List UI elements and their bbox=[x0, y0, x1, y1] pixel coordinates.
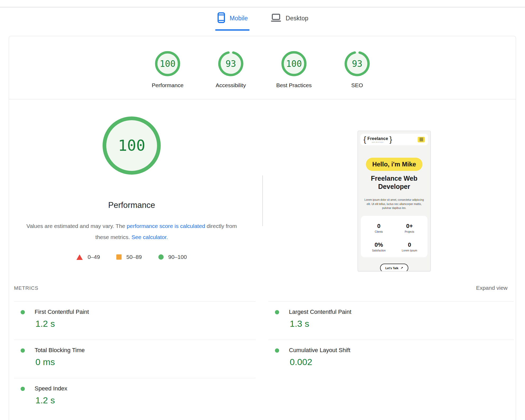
metric-name: Cumulative Layout Shift bbox=[289, 347, 350, 354]
accessibility-score-ring: 93 bbox=[218, 51, 243, 76]
metric-name: Speed Index bbox=[35, 385, 67, 392]
performance-score-label: Performance bbox=[152, 82, 183, 88]
metric-value: 0.002 bbox=[290, 357, 312, 367]
score-calculated-link[interactable]: performance score is calculated bbox=[127, 223, 205, 229]
logo-subtitle: web developer bbox=[372, 141, 384, 143]
legend-item-pass: 90–100 bbox=[158, 254, 187, 260]
metrics-column-left: First Contentful Paint 1.2 s Total Block… bbox=[14, 301, 256, 416]
seo-score-ring: 93 bbox=[344, 51, 370, 76]
thumb-lets-talk-button: Let's Talk ↗ bbox=[380, 264, 408, 271]
pass-dot-icon bbox=[21, 310, 25, 314]
legend-item-fail: 0–49 bbox=[76, 254, 100, 260]
performance-score-value: 100 bbox=[155, 51, 180, 76]
pagespeed-report: { "tabs": { "mobile": "Mobile", "desktop… bbox=[0, 0, 525, 420]
legend-range-label: 0–49 bbox=[88, 254, 100, 260]
tab-desktop-label: Desktop bbox=[286, 15, 308, 22]
stat-value: 0 bbox=[377, 223, 380, 230]
logo-text-block: Freelance web developer bbox=[367, 136, 388, 143]
metric-largest-contentful-paint: Largest Contentful Paint 1.3 s bbox=[268, 301, 514, 340]
report-card: 100 Performance 93 Accessibility 100 bbox=[9, 36, 516, 420]
tab-mobile[interactable]: Mobile bbox=[216, 10, 249, 31]
logo-name: Freelance bbox=[367, 136, 388, 141]
thumb-site-heading: Freelance Web Developer bbox=[366, 174, 422, 191]
page-screenshot-thumbnail[interactable]: { Freelance web developer } Hello, i'm M… bbox=[358, 131, 431, 271]
metric-value: 0 ms bbox=[35, 357, 55, 367]
accessibility-score-value: 93 bbox=[218, 51, 243, 76]
performance-big-score: 100 bbox=[101, 115, 162, 176]
stat-projects: 0+ Projects bbox=[394, 220, 425, 236]
legend-item-average: 50–89 bbox=[116, 254, 142, 260]
stat-satisfaction: 0% Satisfaction bbox=[363, 239, 394, 255]
stat-label: Clients bbox=[375, 230, 383, 233]
pass-dot-icon bbox=[21, 348, 25, 353]
score-gauge-best-practices[interactable]: 100 Best Practices bbox=[262, 51, 326, 88]
metric-name: Largest Contentful Paint bbox=[289, 309, 351, 315]
fail-triangle-icon bbox=[76, 254, 83, 260]
pass-circle-icon bbox=[158, 254, 164, 260]
legend-range-label: 90–100 bbox=[168, 254, 187, 260]
metrics-column-right: Largest Contentful Paint 1.3 s Cumulativ… bbox=[268, 301, 514, 378]
device-tabbar: Mobile Desktop bbox=[0, 10, 525, 31]
metric-first-contentful-paint: First Contentful Paint 1.2 s bbox=[14, 301, 256, 340]
metric-name: Total Blocking Time bbox=[35, 347, 85, 354]
metric-value: 1.3 s bbox=[290, 319, 309, 329]
stat-value: 0+ bbox=[406, 223, 413, 230]
stat-value: 0 bbox=[408, 241, 411, 248]
score-gauge-seo[interactable]: 93 SEO bbox=[326, 51, 389, 88]
performance-score-ring: 100 bbox=[155, 51, 180, 76]
seo-score-value: 93 bbox=[344, 51, 370, 76]
active-tab-indicator bbox=[215, 29, 250, 31]
stat-clients: 0 Clients bbox=[363, 220, 394, 236]
thumb-site-logo: { Freelance web developer } bbox=[363, 136, 392, 143]
metric-value: 1.2 s bbox=[35, 395, 55, 405]
performance-summary-panel: 100 Performance Values are estimated and… bbox=[9, 99, 254, 260]
best-practices-score-label: Best Practices bbox=[276, 82, 312, 88]
stat-label: Projects bbox=[405, 230, 414, 233]
arrow-up-right-icon: ↗ bbox=[400, 266, 403, 270]
metrics-section-heading: METRICS bbox=[14, 285, 39, 291]
score-gauge-accessibility[interactable]: 93 Accessibility bbox=[199, 51, 262, 88]
performance-big-gauge: 100 bbox=[101, 115, 162, 176]
average-square-icon bbox=[116, 254, 122, 260]
desktop-laptop-icon bbox=[270, 13, 282, 24]
tab-mobile-label: Mobile bbox=[230, 15, 248, 22]
pass-dot-icon bbox=[21, 387, 25, 391]
category-scores-row: 100 Performance 93 Accessibility 100 bbox=[9, 51, 516, 88]
metric-cumulative-layout-shift: Cumulative Layout Shift 0.002 bbox=[268, 340, 514, 378]
vertical-divider bbox=[262, 175, 263, 226]
pass-dot-icon bbox=[275, 310, 279, 314]
hamburger-menu-icon bbox=[418, 137, 425, 142]
logo-brace-left: { bbox=[363, 136, 366, 143]
seo-score-label: SEO bbox=[351, 82, 363, 88]
stat-label: Lorem Ipsum bbox=[402, 249, 417, 252]
metric-speed-index: Speed Index 1.2 s bbox=[14, 378, 256, 416]
best-practices-score-ring: 100 bbox=[281, 51, 307, 76]
thumb-hero-badge: Hello, i'm Mike bbox=[366, 158, 422, 171]
score-gauge-performance[interactable]: 100 Performance bbox=[136, 51, 199, 88]
thumb-stats-card: 0 Clients 0+ Projects 0% Satisfaction 0 … bbox=[361, 216, 427, 257]
cta-label: Let's Talk bbox=[385, 267, 398, 270]
description-text: Values are estimated and may vary. The bbox=[26, 223, 127, 229]
mobile-phone-icon bbox=[217, 12, 226, 24]
stat-label: Satisfaction bbox=[372, 249, 386, 252]
tab-desktop[interactable]: Desktop bbox=[269, 10, 310, 31]
performance-panel-title: Performance bbox=[9, 200, 254, 210]
performance-description: Values are estimated and may vary. The p… bbox=[23, 221, 241, 243]
expand-view-button[interactable]: Expand view bbox=[476, 285, 508, 291]
accessibility-score-label: Accessibility bbox=[216, 82, 246, 88]
metric-total-blocking-time: Total Blocking Time 0 ms bbox=[14, 340, 256, 378]
stat-lorem: 0 Lorem Ipsum bbox=[394, 239, 425, 255]
see-calculator-link[interactable]: See calculator. bbox=[131, 234, 168, 240]
header-divider bbox=[0, 7, 525, 7]
best-practices-score-value: 100 bbox=[281, 51, 307, 76]
thumb-site-header: { Freelance web developer } bbox=[360, 134, 428, 145]
logo-brace-right: } bbox=[389, 136, 392, 143]
metric-value: 1.2 s bbox=[35, 319, 55, 329]
legend-range-label: 50–89 bbox=[126, 254, 142, 260]
stat-value: 0% bbox=[375, 241, 383, 248]
thumb-site-paragraph: Lorem ipsum dolor sit amet, consectetur … bbox=[362, 198, 426, 210]
pass-dot-icon bbox=[275, 348, 279, 353]
metric-name: First Contentful Paint bbox=[35, 309, 89, 315]
score-legend: 0–49 50–89 90–100 bbox=[9, 254, 254, 260]
